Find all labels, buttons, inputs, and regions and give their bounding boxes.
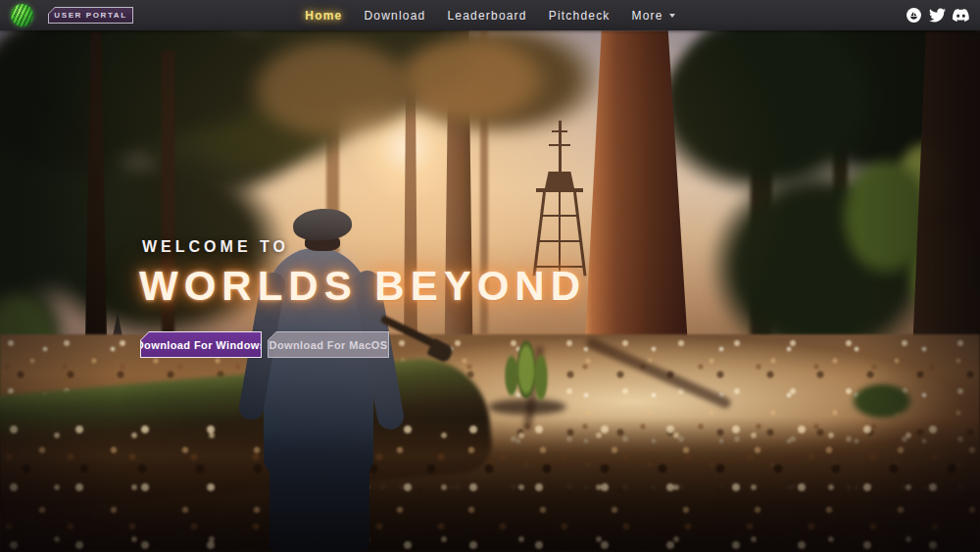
opensea-icon[interactable] — [906, 7, 922, 24]
download-macos-button-label: Download For MacOS — [269, 332, 388, 357]
social-links — [906, 0, 969, 30]
nav-link-more-label: More — [632, 9, 663, 23]
hero-content: WELCOME TO WORLDS BEYOND Download For Wi… — [142, 238, 586, 358]
top-navbar: USER PORTAL Home Download Leaderboard Pi… — [0, 0, 980, 30]
download-windows-button-label: Download For Windows — [141, 332, 261, 357]
hero-section: WELCOME TO WORLDS BEYOND Download For Wi… — [0, 30, 980, 552]
chevron-down-icon — [669, 14, 675, 18]
nav-link-more[interactable]: More — [632, 9, 675, 23]
nav-link-home[interactable]: Home — [305, 9, 342, 23]
download-windows-button[interactable]: Download For Windows — [140, 331, 262, 358]
worlds-beyond-landing-page: USER PORTAL Home Download Leaderboard Pi… — [0, 0, 980, 552]
twitter-icon[interactable] — [929, 7, 946, 24]
nav-link-leaderboard[interactable]: Leaderboard — [447, 9, 526, 23]
hero-kicker: WELCOME TO — [142, 238, 586, 256]
main-navigation: Home Download Leaderboard Pitchdeck More — [0, 0, 980, 30]
discord-icon[interactable] — [953, 7, 969, 24]
download-macos-button[interactable]: Download For MacOS — [268, 331, 389, 358]
download-buttons: Download For Windows Download For MacOS — [140, 331, 586, 358]
page-title: WORLDS BEYOND — [139, 263, 586, 310]
nav-link-download[interactable]: Download — [364, 9, 425, 23]
nav-link-pitchdeck[interactable]: Pitchdeck — [549, 9, 611, 23]
